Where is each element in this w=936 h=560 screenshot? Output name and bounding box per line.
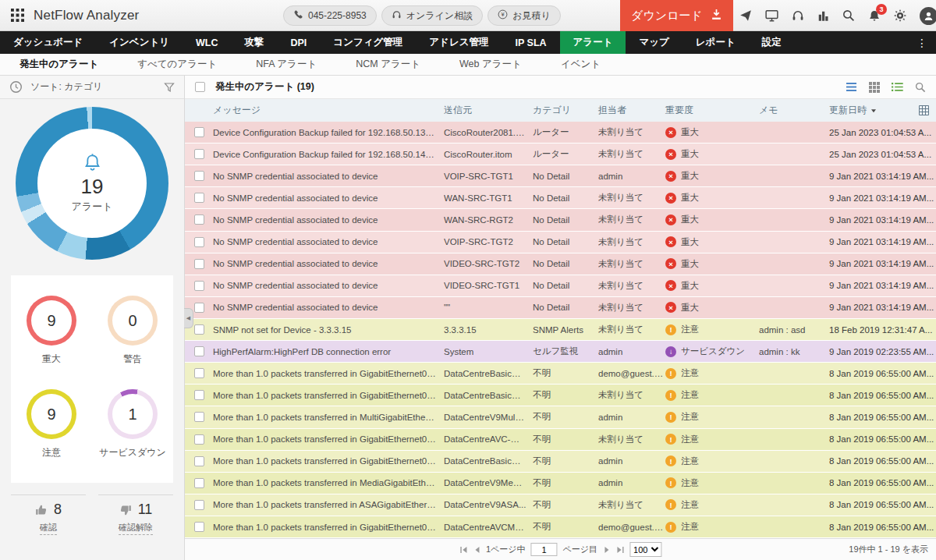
cell-message[interactable]: More than 1.0 packets transferred in Gig… xyxy=(213,369,444,378)
row-checkbox[interactable] xyxy=(194,237,204,247)
row-checkbox[interactable] xyxy=(194,127,204,137)
alert-row[interactable]: No SNMP credential associated to device … xyxy=(185,165,936,187)
severity-stat[interactable]: 0 警告 xyxy=(108,296,158,366)
row-checkbox[interactable] xyxy=(194,346,204,356)
alert-row[interactable]: Device Configuration Backup failed for 1… xyxy=(185,122,936,144)
phone-pill[interactable]: 045-225-8953 xyxy=(283,5,377,26)
severity-stat[interactable]: 9 注意 xyxy=(27,389,76,459)
cell-message[interactable]: SNMP not set for Device - 3.3.3.15 xyxy=(213,325,444,335)
alert-row[interactable]: More than 1.0 packets transferred in Gig… xyxy=(185,516,936,538)
apps-grid-icon[interactable] xyxy=(11,9,24,22)
user-avatar[interactable] xyxy=(920,7,936,25)
nav-item[interactable]: アラート xyxy=(560,31,626,54)
notifications-bell-icon[interactable]: 3 xyxy=(868,9,881,23)
nav-item[interactable]: レポート xyxy=(682,31,749,54)
building-icon[interactable] xyxy=(817,10,829,22)
nav-item[interactable]: インベントリ xyxy=(96,31,183,54)
nav-item[interactable]: ダッシュボード xyxy=(0,31,96,54)
alert-row[interactable]: No SNMP credential associated to device … xyxy=(185,209,936,231)
sidebar-collapse-handle[interactable]: ◀ xyxy=(184,308,193,328)
nav-item[interactable]: アドレス管理 xyxy=(416,31,502,54)
last-page-icon[interactable] xyxy=(616,546,624,554)
unacknowledged-stat[interactable]: 11 確認解除 xyxy=(98,494,173,535)
cell-message[interactable]: No SNMP credential associated to device xyxy=(213,281,444,290)
row-checkbox[interactable] xyxy=(194,522,204,532)
quote-pill[interactable]: ¥ お見積り xyxy=(488,5,561,26)
alert-row[interactable]: No SNMP credential associated to device … xyxy=(185,297,936,319)
cell-message[interactable]: More than 1.0 packets transferred in Med… xyxy=(213,478,444,487)
row-checkbox[interactable] xyxy=(194,259,204,269)
detail-list-view-icon[interactable] xyxy=(892,82,903,92)
cell-message[interactable]: No SNMP credential associated to device xyxy=(213,259,444,268)
nav-item[interactable]: マップ xyxy=(626,31,682,54)
subtab[interactable]: NFA アラート xyxy=(236,54,336,75)
alert-row[interactable]: More than 1.0 packets transferred in Gig… xyxy=(185,429,936,451)
more-menu-icon[interactable]: ⋮ xyxy=(908,31,936,54)
alert-row[interactable]: No SNMP credential associated to device … xyxy=(185,253,936,275)
cell-message[interactable]: More than 1.0 packets transferred in Gig… xyxy=(213,456,444,466)
page-size-select[interactable]: 100 xyxy=(629,542,661,557)
nav-item[interactable]: コンフィグ管理 xyxy=(320,31,416,54)
alert-row[interactable]: More than 1.0 packets transferred in Gig… xyxy=(185,385,936,406)
support-headset-icon[interactable] xyxy=(792,9,804,22)
alert-row[interactable]: More than 1.0 packets transferred in Med… xyxy=(185,473,936,494)
subtab[interactable]: NCM アラート xyxy=(336,54,440,75)
clock-icon[interactable] xyxy=(9,80,23,94)
row-checkbox[interactable] xyxy=(194,368,204,378)
row-checkbox[interactable] xyxy=(194,324,204,335)
alert-row[interactable]: More than 1.0 packets transferred in Gig… xyxy=(185,363,936,385)
alert-row[interactable]: More than 1.0 packets transferred in Mul… xyxy=(185,406,936,428)
col-header-message[interactable]: メッセージ xyxy=(213,104,444,117)
grid-view-icon[interactable] xyxy=(869,82,880,93)
cell-message[interactable]: HighPerfAlarm:HighPerf DB connection err… xyxy=(213,347,444,356)
col-header-category[interactable]: カテゴリ xyxy=(533,104,598,117)
subtab[interactable]: Web アラート xyxy=(440,54,541,75)
row-checkbox[interactable] xyxy=(194,303,204,313)
cell-message[interactable]: No SNMP credential associated to device xyxy=(213,193,444,203)
col-header-source[interactable]: 送信元 xyxy=(444,104,533,117)
nav-item[interactable]: WLC xyxy=(183,31,231,54)
demo-screen-icon[interactable] xyxy=(765,9,778,22)
cell-message[interactable]: More than 1.0 packets transferred in Gig… xyxy=(213,391,444,400)
cell-message[interactable]: More than 1.0 packets transferred in ASA… xyxy=(213,500,444,509)
list-view-icon[interactable] xyxy=(846,82,857,92)
subtab[interactable]: 発生中のアラート xyxy=(0,54,118,75)
row-checkbox[interactable] xyxy=(194,456,204,466)
col-header-severity[interactable]: 重要度 xyxy=(665,104,759,117)
row-checkbox[interactable] xyxy=(194,500,204,510)
row-checkbox[interactable] xyxy=(194,171,204,181)
cell-message[interactable]: More than 1.0 packets transferred in Gig… xyxy=(213,434,444,444)
cell-message[interactable]: No SNMP credential associated to device xyxy=(213,215,444,225)
sort-desc-icon[interactable] xyxy=(870,108,877,114)
row-checkbox[interactable] xyxy=(194,390,204,400)
subtab[interactable]: すべてのアラート xyxy=(118,54,236,75)
alert-row[interactable]: Device Configuration Backup failed for 1… xyxy=(185,144,936,165)
send-icon[interactable] xyxy=(739,9,752,22)
alerts-donut-chart[interactable]: 19 アラート xyxy=(16,107,168,260)
cell-message[interactable]: No SNMP credential associated to device xyxy=(213,237,444,246)
severity-stat[interactable]: 1 サービスダウン xyxy=(99,389,166,459)
cell-message[interactable]: Device Configuration Backup failed for 1… xyxy=(213,128,444,137)
nav-item[interactable]: DPI xyxy=(278,31,321,54)
alert-row[interactable]: No SNMP credential associated to device … xyxy=(185,275,936,297)
cell-message[interactable]: No SNMP credential associated to device xyxy=(213,303,444,312)
acknowledged-stat[interactable]: 8 確認 xyxy=(11,494,86,535)
row-checkbox[interactable] xyxy=(194,478,204,488)
table-search-icon[interactable] xyxy=(915,82,926,93)
nav-item[interactable]: IP SLA xyxy=(502,31,559,54)
severity-stat[interactable]: 9 重大 xyxy=(27,296,76,366)
row-checkbox[interactable] xyxy=(194,214,204,225)
nav-item[interactable]: 設定 xyxy=(749,31,795,54)
online-consult-pill[interactable]: オンライン相談 xyxy=(381,5,483,26)
settings-gear-icon[interactable] xyxy=(894,9,906,22)
page-number-input[interactable] xyxy=(531,543,558,556)
alert-row[interactable]: HighPerfAlarm:HighPerf DB connection err… xyxy=(185,341,936,363)
col-header-updated[interactable]: 更新日時 xyxy=(829,104,936,117)
col-header-assignee[interactable]: 担当者 xyxy=(598,104,665,117)
cell-message[interactable]: Device Configuration Backup failed for 1… xyxy=(213,150,444,159)
nav-item[interactable]: 攻撃 xyxy=(232,31,278,54)
column-chooser-icon[interactable] xyxy=(919,105,929,115)
alert-row[interactable]: More than 1.0 packets transferred in ASA… xyxy=(185,494,936,516)
cell-message[interactable]: No SNMP credential associated to device xyxy=(213,172,444,181)
alert-row[interactable]: More than 1.0 packets transferred in Gig… xyxy=(185,451,936,473)
